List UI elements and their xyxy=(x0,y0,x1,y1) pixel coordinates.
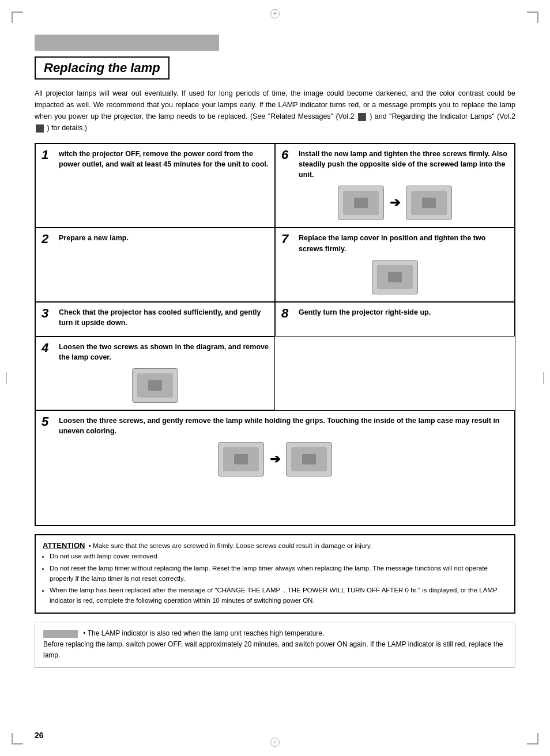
step-text-5: Loosen the three screws, and gently remo… xyxy=(59,415,508,436)
step-6-images: ➔ xyxy=(281,180,508,222)
intro-paragraph: All projector lamps will wear out eventu… xyxy=(35,88,515,134)
attention-label: ATTENTION xyxy=(43,541,85,550)
step-num-1: 1 xyxy=(42,149,54,161)
page-number: 26 xyxy=(35,731,44,740)
step-cell-1: 1 witch the projector OFF, remove the po… xyxy=(35,143,275,228)
note-label-icon xyxy=(43,630,78,638)
step-7-img-1 xyxy=(372,260,418,294)
step-7-images xyxy=(281,254,508,297)
step-num-7: 7 xyxy=(281,233,294,245)
attention-box: ATTENTION • Make sure that the screws ar… xyxy=(35,534,515,614)
attention-item-4: When the lamp has been replaced after th… xyxy=(50,585,507,606)
step-num-6: 6 xyxy=(281,149,294,161)
step-num-2: 2 xyxy=(42,233,54,245)
steps-grid: 1 witch the projector OFF, remove the po… xyxy=(35,143,515,526)
step-cell-7: 7 Replace the lamp cover in position and… xyxy=(275,228,515,301)
step-cell-2: 2 Prepare a new lamp. xyxy=(35,228,275,301)
side-mark-right xyxy=(537,372,544,384)
step-cell-5: 5 Loosen the three screws, and gently re… xyxy=(35,410,515,526)
step-text-8: Gently turn the projector right-side up. xyxy=(299,307,431,317)
step-5-img-2 xyxy=(286,442,332,477)
step-num-8: 8 xyxy=(281,307,294,320)
note-box: • The LAMP indicator is also red when th… xyxy=(35,622,515,668)
step-text-4: Loosen the two screws as shown in the di… xyxy=(59,342,269,362)
step-cell-4: 4 Loosen the two screws as shown in the … xyxy=(35,337,275,410)
note-line1: • The LAMP indicator is also red when th… xyxy=(43,628,507,639)
step-5-arrow: ➔ xyxy=(270,452,280,467)
note-text1: The LAMP indicator is also red when the … xyxy=(88,629,325,637)
corner-mark-tl xyxy=(12,12,23,23)
step-cell-6: 6 Install the new lamp and tighten the t… xyxy=(275,143,515,228)
step-cell-3: 3 Check that the projector has cooled su… xyxy=(35,302,275,337)
step-text-6: Install the new lamp and tighten the thr… xyxy=(299,149,508,180)
vol2-icon-2 xyxy=(36,124,44,133)
side-mark-left xyxy=(6,372,13,384)
section-title-box: Replacing the lamp xyxy=(35,56,169,80)
step-5-images: ➔ xyxy=(42,436,508,479)
step-6-img-2 xyxy=(406,186,452,220)
step-text-1: witch the projector OFF, remove the powe… xyxy=(59,149,269,169)
step-6-arrow: ➔ xyxy=(390,195,400,210)
header-bar xyxy=(35,35,219,51)
attention-bullet1-text: Make sure that the screws are screwed in… xyxy=(93,542,372,549)
step-6-img-1 xyxy=(338,186,384,220)
step-4-images xyxy=(42,362,269,405)
center-mark-bottom xyxy=(270,738,280,747)
center-mark-top xyxy=(270,9,280,18)
vol2-icon-1 xyxy=(358,113,366,121)
attention-list: Do not use with lamp cover removed. Do n… xyxy=(50,551,507,606)
step-num-4: 4 xyxy=(42,342,54,354)
step-num-5: 5 xyxy=(42,415,54,428)
corner-mark-bl xyxy=(12,733,23,744)
step-4-img-1 xyxy=(132,368,178,403)
attention-item-2: Do not use with lamp cover removed. xyxy=(50,551,507,562)
corner-mark-br xyxy=(527,733,538,744)
attention-item-3: Do not reset the lamp timer without repl… xyxy=(50,564,507,584)
step-5-img-1 xyxy=(218,442,264,477)
step-num-3: 3 xyxy=(42,307,54,320)
step-cell-8: 8 Gently turn the projector right-side u… xyxy=(275,302,515,337)
attention-line1: ATTENTION • Make sure that the screws ar… xyxy=(43,540,507,551)
note-line2: Before replacing the lamp, switch power … xyxy=(43,639,507,661)
corner-mark-tr xyxy=(527,12,538,23)
section-title-text: Replacing the lamp xyxy=(44,61,160,75)
step-text-2: Prepare a new lamp. xyxy=(59,233,129,243)
step-text-3: Check that the projector has cooled suff… xyxy=(59,307,269,328)
page: Replacing the lamp All projector lamps w… xyxy=(0,0,550,756)
note-text2: Before replacing the lamp, switch power … xyxy=(43,640,503,659)
step-text-7: Replace the lamp cover in position and t… xyxy=(299,233,508,254)
